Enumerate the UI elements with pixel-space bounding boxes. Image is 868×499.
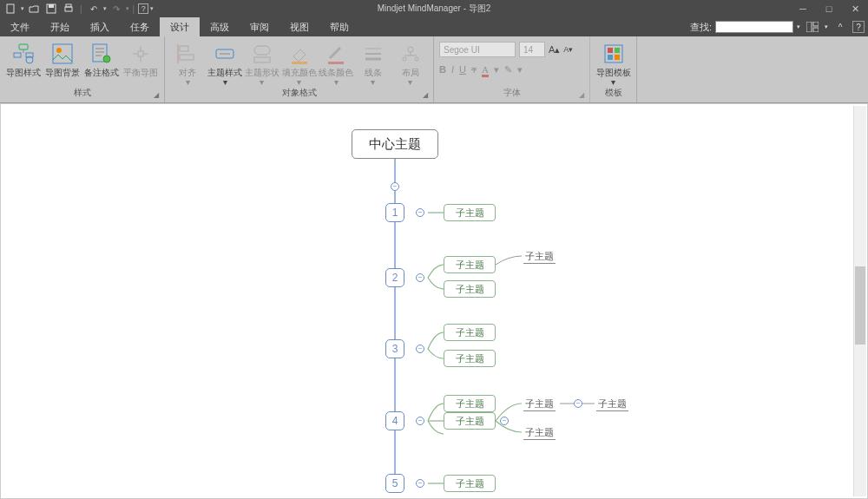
collapse-ribbon-icon[interactable]: ^ xyxy=(832,20,849,34)
collapse-icon[interactable]: − xyxy=(391,182,399,191)
sub-topic[interactable]: 子主题 xyxy=(444,350,496,367)
save-icon[interactable] xyxy=(43,1,59,16)
collapse-icon[interactable]: − xyxy=(416,208,424,217)
sub-topic[interactable]: 子主题 xyxy=(444,280,496,298)
group-label: 样式 xyxy=(74,88,91,97)
collapse-icon[interactable]: − xyxy=(574,399,582,408)
svg-rect-20 xyxy=(138,51,143,56)
tab-view[interactable]: 视图 xyxy=(279,17,319,36)
help-icon[interactable]: ? xyxy=(138,3,148,14)
leaf-topic[interactable]: 子主题 xyxy=(523,426,556,440)
tab-help[interactable]: 帮助 xyxy=(319,17,359,36)
close-button[interactable]: ✕ xyxy=(842,0,868,17)
vertical-scrollbar[interactable] xyxy=(853,106,866,496)
collapse-icon[interactable]: − xyxy=(416,345,424,353)
leaf-topic[interactable]: 子主题 xyxy=(523,397,556,411)
tab-insert[interactable]: 插入 xyxy=(80,17,120,36)
svg-rect-5 xyxy=(806,22,812,32)
bold-button: B xyxy=(439,64,446,77)
dropdown-icon[interactable]: ▾ xyxy=(126,5,129,12)
dialog-launcher-icon[interactable]: ◢ xyxy=(579,91,584,99)
print-icon[interactable] xyxy=(61,1,76,16)
map-template-button[interactable]: 导图模板▾ xyxy=(595,38,631,87)
collapse-icon[interactable]: − xyxy=(500,417,509,425)
open-icon[interactable] xyxy=(26,1,42,16)
tab-advanced[interactable]: 高级 xyxy=(200,17,240,36)
svg-point-37 xyxy=(408,47,413,52)
window-title: Mindjet MindManager - 导图2 xyxy=(378,3,491,15)
topic-shape-button: 主题形状▾ xyxy=(244,38,279,87)
dropdown-icon[interactable]: ▾ xyxy=(103,5,107,12)
notes-format-button[interactable]: 备注格式 xyxy=(83,38,121,77)
svg-rect-43 xyxy=(608,48,613,53)
undo-icon[interactable]: ↶ xyxy=(86,1,102,16)
group-label: 字体 xyxy=(503,88,521,97)
svg-point-41 xyxy=(415,57,418,61)
group-label: 模板 xyxy=(595,87,631,101)
font-size-select: 14 xyxy=(519,42,545,57)
svg-rect-31 xyxy=(254,57,270,62)
svg-point-14 xyxy=(56,48,62,53)
tab-file[interactable]: 文件 xyxy=(0,17,40,36)
font-color-button: A xyxy=(482,64,489,77)
redo-icon[interactable]: ↷ xyxy=(108,1,124,16)
font-name-select: Segoe UI xyxy=(439,42,516,57)
search-input[interactable] xyxy=(715,21,793,33)
main-topic[interactable]: 1 xyxy=(385,203,404,222)
mindmap-canvas[interactable]: 中心主题 − 1 − 子主题 2 − 子主题 子主题 子主题 3 − 子主题 子… xyxy=(0,103,868,499)
sub-topic[interactable]: 子主题 xyxy=(444,475,496,492)
svg-rect-6 xyxy=(813,22,819,26)
main-topic[interactable]: 3 xyxy=(385,339,404,358)
search-label: 查找: xyxy=(690,21,712,34)
layout-button: 布局▾ xyxy=(392,38,428,87)
dialog-launcher-icon[interactable]: ◢ xyxy=(154,91,159,99)
leaf-topic[interactable]: 子主题 xyxy=(523,250,556,264)
help-icon[interactable]: ? xyxy=(852,21,865,33)
main-topic[interactable]: 5 xyxy=(385,474,404,493)
search-dropdown-icon[interactable]: ▾ xyxy=(797,23,800,30)
maximize-button[interactable]: □ xyxy=(816,0,842,17)
sub-topic[interactable]: 子主题 xyxy=(444,395,496,412)
new-icon[interactable] xyxy=(3,1,19,16)
underline-button: U xyxy=(459,64,466,77)
grow-font-icon: A▴ xyxy=(549,44,560,56)
svg-point-19 xyxy=(103,56,110,62)
minimize-button[interactable]: ─ xyxy=(790,0,816,17)
collapse-icon[interactable]: − xyxy=(416,273,424,282)
dropdown-icon[interactable]: ▾ xyxy=(21,5,24,12)
balance-map-button: 平衡导图 xyxy=(122,38,159,77)
tab-review[interactable]: 审阅 xyxy=(240,17,279,36)
main-topic[interactable]: 2 xyxy=(385,268,404,287)
topic-style-button[interactable]: 主题样式▾ xyxy=(207,38,243,87)
collapse-icon[interactable]: − xyxy=(416,479,424,488)
map-background-button[interactable]: 导图背景 xyxy=(44,38,82,77)
sub-topic[interactable]: 子主题 xyxy=(444,204,496,221)
strike-button: ᴛ xyxy=(471,64,477,77)
italic-button: I xyxy=(451,64,454,77)
map-style-button[interactable]: 导图样式 xyxy=(5,38,43,77)
dropdown-icon[interactable]: ▾ xyxy=(150,5,154,12)
svg-rect-46 xyxy=(615,55,620,60)
svg-rect-33 xyxy=(328,62,344,64)
sub-topic[interactable]: 子主题 xyxy=(444,324,496,341)
main-topic[interactable]: 4 xyxy=(385,411,404,430)
svg-rect-44 xyxy=(615,48,620,53)
svg-rect-2 xyxy=(49,4,54,8)
svg-rect-32 xyxy=(292,62,307,64)
dropdown-icon[interactable]: ▾ xyxy=(825,23,828,30)
tab-design[interactable]: 设计 xyxy=(160,17,200,36)
central-topic[interactable]: 中心主题 xyxy=(352,129,438,159)
svg-rect-45 xyxy=(608,55,613,60)
sub-topic[interactable]: 子主题 xyxy=(444,412,496,430)
workspace-icon[interactable] xyxy=(804,20,821,34)
svg-rect-8 xyxy=(19,44,28,49)
leaf-topic[interactable]: 子主题 xyxy=(596,397,628,411)
tab-start[interactable]: 开始 xyxy=(40,17,80,36)
dialog-launcher-icon[interactable]: ◢ xyxy=(423,91,428,99)
svg-rect-4 xyxy=(66,4,71,7)
group-label: 对象格式 xyxy=(282,88,317,97)
collapse-icon[interactable]: − xyxy=(416,417,424,425)
highlight-button: ✎ xyxy=(504,64,512,77)
tab-task[interactable]: 任务 xyxy=(120,17,160,36)
sub-topic[interactable]: 子主题 xyxy=(444,256,496,273)
